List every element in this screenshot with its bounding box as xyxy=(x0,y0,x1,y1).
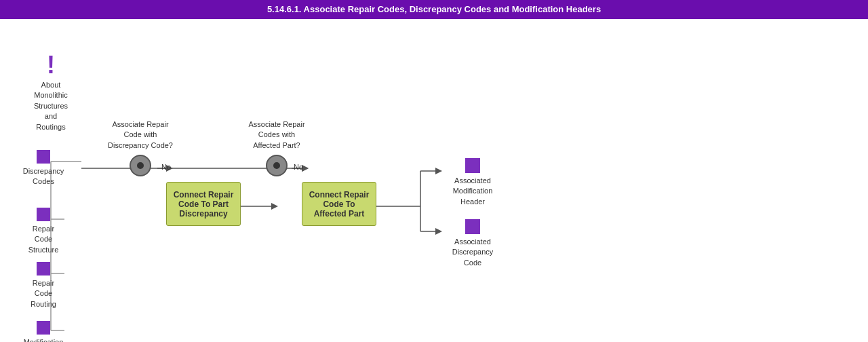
sidebar-label-about: About Monolithic Structures and Routings xyxy=(34,80,68,132)
sidebar-item-repair-code-routing[interactable]: Repair Code Routing xyxy=(16,262,71,309)
process-box-connect-repair-code-to-part-discrepancy: Connect Repair Code To Part Discrepancy xyxy=(166,182,241,226)
decision-1-label: Associate Repair Code with Discrepancy C… xyxy=(103,119,178,151)
sidebar-label-repair-code-routing: Repair Code Routing xyxy=(31,278,56,309)
decision-2-symbol xyxy=(266,155,288,176)
svg-marker-16 xyxy=(435,228,442,235)
sidebar-item-about[interactable]: ! About Monolithic Structures and Routin… xyxy=(24,53,78,132)
sidebar-label-repair-code-structure: Repair Code Structure xyxy=(28,224,59,255)
svg-marker-5 xyxy=(271,203,278,210)
canvas: ! About Monolithic Structures and Routin… xyxy=(0,19,868,342)
sidebar-label-modification-header: Modification Header xyxy=(24,337,64,342)
process-box-connect-repair-code-to-affected-part: Connect Repair Code To Affected Part xyxy=(302,182,376,226)
header-bar: 5.14.6.1. Associate Repair Codes, Discre… xyxy=(0,0,868,19)
sidebar-item-discrepancy-codes[interactable]: Discrepancy Codes xyxy=(16,150,71,187)
svg-marker-13 xyxy=(435,168,442,174)
assoc-mod-header-icon xyxy=(465,158,480,173)
header-title: 5.14.6.1. Associate Repair Codes, Discre… xyxy=(267,4,601,14)
decision-2-label: Associate Repair Codes with Affected Par… xyxy=(239,119,314,151)
assoc-disc-code-label: Associated Discrepancy Code xyxy=(442,237,503,268)
assoc-disc-code-icon xyxy=(465,219,480,234)
repair-code-routing-icon xyxy=(37,262,50,276)
process-1-label: Connect Repair Code To Part Discrepancy xyxy=(174,190,234,218)
assoc-mod-header-label: Associated Modification Header xyxy=(442,176,503,207)
no-label-1: No xyxy=(161,163,171,171)
process-2-label: Connect Repair Code To Affected Part xyxy=(309,190,370,218)
no-label-2: No xyxy=(294,163,303,171)
repair-code-structure-icon xyxy=(37,208,50,221)
modification-header-icon xyxy=(37,321,50,335)
sidebar-item-modification-header[interactable]: Modification Header xyxy=(16,321,71,342)
endpoint-assoc-mod-header: Associated Modification Header xyxy=(442,158,503,207)
decision-1-symbol xyxy=(130,155,151,176)
sidebar-label-discrepancy-codes: Discrepancy Codes xyxy=(23,166,64,187)
flow-diagram-svg xyxy=(0,19,868,342)
sidebar-item-repair-code-structure[interactable]: Repair Code Structure xyxy=(16,208,71,255)
discrepancy-codes-icon xyxy=(37,150,50,164)
endpoint-assoc-disc-code: Associated Discrepancy Code xyxy=(442,219,503,268)
exclamation-icon: ! xyxy=(47,53,55,77)
